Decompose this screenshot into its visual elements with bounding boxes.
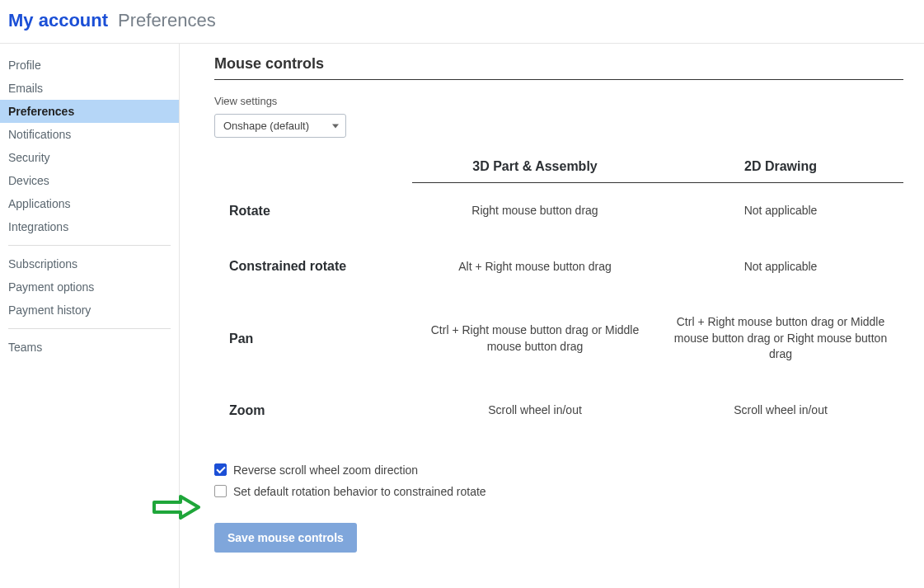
- column-header-2d: 2D Drawing: [658, 159, 903, 183]
- constrained-default-label: Set default rotation behavior to constra…: [233, 485, 486, 498]
- row-value: Scroll wheel in/out: [412, 402, 658, 419]
- view-settings-value: Onshape (default): [223, 120, 309, 132]
- row-label-rotate: Rotate: [214, 204, 412, 219]
- sidebar-item-emails[interactable]: Emails: [0, 77, 179, 100]
- row-value: Ctrl + Right mouse button drag or Middle…: [412, 322, 658, 355]
- sidebar-divider: [8, 328, 171, 329]
- section-title: Mouse controls: [214, 55, 903, 80]
- sidebar-item-applications[interactable]: Applications: [0, 192, 179, 215]
- sidebar-item-profile[interactable]: Profile: [0, 54, 179, 77]
- row-label-constrained-rotate: Constrained rotate: [214, 259, 412, 274]
- row-value: Not applicable: [658, 259, 903, 275]
- column-header-3d: 3D Part & Assembly: [412, 159, 658, 183]
- table-row: Rotate Right mouse button drag Not appli…: [214, 183, 903, 239]
- sidebar-item-payment-options[interactable]: Payment options: [0, 275, 179, 299]
- header-title[interactable]: My account: [8, 10, 108, 31]
- row-label-pan: Pan: [214, 332, 412, 346]
- main-content: Mouse controls View settings Onshape (de…: [180, 44, 922, 588]
- mouse-controls-table: 3D Part & Assembly 2D Drawing Rotate Rig…: [214, 159, 903, 439]
- save-mouse-controls-button[interactable]: Save mouse controls: [214, 523, 357, 553]
- sidebar-item-notifications[interactable]: Notifications: [0, 123, 179, 146]
- header-subtitle: Preferences: [118, 10, 216, 31]
- row-value: Right mouse button drag: [412, 203, 658, 219]
- checkbox-row-constrained-default: Set default rotation behavior to constra…: [214, 485, 903, 498]
- table-row: Zoom Scroll wheel in/out Scroll wheel in…: [214, 383, 903, 439]
- view-settings-label: View settings: [214, 95, 903, 107]
- row-value: Scroll wheel in/out: [658, 402, 903, 419]
- reverse-zoom-checkbox[interactable]: [214, 463, 227, 476]
- chevron-down-icon: [332, 124, 339, 128]
- reverse-zoom-label: Reverse scroll wheel zoom direction: [233, 463, 418, 477]
- sidebar-item-teams[interactable]: Teams: [0, 336, 179, 359]
- row-value: Not applicable: [658, 203, 903, 219]
- row-value: Alt + Right mouse button drag: [412, 259, 658, 275]
- sidebar-item-security[interactable]: Security: [0, 146, 179, 169]
- constrained-default-checkbox[interactable]: [214, 485, 227, 497]
- table-row: Pan Ctrl + Right mouse button drag or Mi…: [214, 294, 903, 383]
- sidebar-item-preferences[interactable]: Preferences: [0, 100, 179, 123]
- page-header: My account Preferences: [0, 0, 924, 44]
- row-value: Ctrl + Right mouse button drag or Middle…: [658, 314, 903, 363]
- row-label-zoom: Zoom: [214, 403, 412, 418]
- checkbox-row-reverse-zoom: Reverse scroll wheel zoom direction: [214, 463, 903, 477]
- sidebar-item-subscriptions[interactable]: Subscriptions: [0, 252, 179, 275]
- sidebar: Profile Emails Preferences Notifications…: [0, 44, 180, 588]
- sidebar-divider: [8, 245, 171, 246]
- table-row: Constrained rotate Alt + Right mouse but…: [214, 239, 903, 295]
- sidebar-item-payment-history[interactable]: Payment history: [0, 299, 179, 322]
- sidebar-item-integrations[interactable]: Integrations: [0, 215, 179, 238]
- view-settings-select[interactable]: Onshape (default): [214, 114, 346, 138]
- sidebar-item-devices[interactable]: Devices: [0, 169, 179, 192]
